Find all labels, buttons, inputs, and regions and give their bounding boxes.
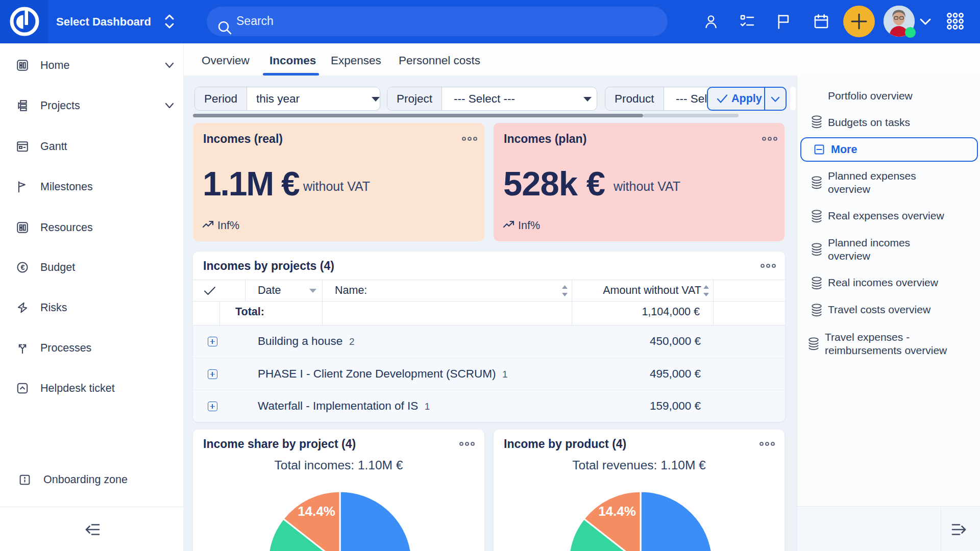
svg-text:44.9%: 44.9%	[374, 548, 412, 551]
svg-text:€: €	[21, 263, 25, 271]
svg-text:14.4%: 14.4%	[298, 504, 335, 519]
svg-text:44.9%: 44.9%	[675, 548, 713, 551]
svg-text:14.4%: 14.4%	[598, 504, 636, 519]
